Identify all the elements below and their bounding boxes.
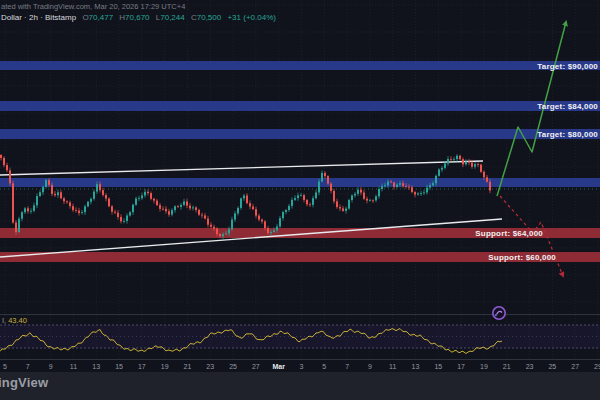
support-64000-label: Support: $64,000 bbox=[475, 229, 543, 238]
time-tick-label: 19 bbox=[161, 363, 169, 370]
time-tick-label: 5 bbox=[3, 363, 7, 370]
time-tick-label: Mar bbox=[272, 363, 284, 370]
rsi-label-fragment: I, bbox=[2, 316, 6, 325]
time-tick-label: 25 bbox=[548, 363, 556, 370]
change-value: +31 (+0.04%) bbox=[227, 13, 275, 22]
time-tick-label: 13 bbox=[92, 363, 100, 370]
time-tick-label: 3 bbox=[300, 363, 304, 370]
time-tick-label: 7 bbox=[26, 363, 30, 370]
time-tick-label: 27 bbox=[252, 363, 260, 370]
time-tick-label: 21 bbox=[503, 363, 511, 370]
tradingview-watermark[interactable]: ingView bbox=[0, 375, 48, 390]
target-band bbox=[0, 129, 600, 139]
rsi-value: 43.40 bbox=[8, 316, 27, 325]
time-tick-label: 21 bbox=[184, 363, 192, 370]
rsi-indicator-value: I,43.40 bbox=[2, 316, 27, 325]
time-tick-label: 9 bbox=[49, 363, 53, 370]
time-tick-label: 17 bbox=[138, 363, 146, 370]
target-band bbox=[0, 61, 600, 70]
time-axis[interactable]: 579111315171921232527Mar3579111315171921… bbox=[0, 359, 600, 373]
high-value: 70,670 bbox=[125, 13, 149, 22]
resistance-band bbox=[0, 178, 600, 187]
time-tick-label: 19 bbox=[480, 363, 488, 370]
attribution-text: ated with TradingView.com, Mar 20, 2026 … bbox=[1, 2, 185, 11]
time-tick-label: 15 bbox=[434, 363, 442, 370]
target-80000-label: Target: $80,000 bbox=[537, 130, 598, 139]
time-tick-label: 13 bbox=[412, 363, 420, 370]
author-logo-icon[interactable] bbox=[490, 304, 508, 322]
time-tick-label: 9 bbox=[368, 363, 372, 370]
symbol-ohlc-row: Dollar · 2h · Bitstamp O70,477 H70,670 L… bbox=[1, 13, 276, 22]
time-tick-label: 23 bbox=[526, 363, 534, 370]
upper-trendline[interactable] bbox=[0, 161, 483, 175]
bottom-bar: ingView bbox=[0, 372, 600, 400]
tradingview-chart-screenshot: ated with TradingView.com, Mar 20, 2026 … bbox=[0, 0, 600, 400]
time-tick-label: 5 bbox=[322, 363, 326, 370]
time-tick-label: 27 bbox=[571, 363, 579, 370]
time-tick-label: 25 bbox=[229, 363, 237, 370]
symbol-title: Dollar · 2h · Bitstamp bbox=[1, 13, 76, 22]
target-90000-label: Target: $90,000 bbox=[537, 61, 598, 70]
time-tick-label: 23 bbox=[206, 363, 214, 370]
time-tick-label: 29 bbox=[594, 363, 600, 370]
time-tick-label: 11 bbox=[70, 363, 77, 370]
time-tick-label: 7 bbox=[345, 363, 349, 370]
target-band bbox=[0, 101, 600, 111]
target-84000-label: Target: $84,000 bbox=[537, 102, 598, 111]
time-tick-label: 15 bbox=[115, 363, 123, 370]
close-value: 70,500 bbox=[197, 13, 221, 22]
support-60000-label: Support: $60,000 bbox=[488, 253, 556, 262]
chart-canvas[interactable] bbox=[0, 0, 600, 400]
time-tick-label: 11 bbox=[389, 363, 396, 370]
time-tick-label: 17 bbox=[457, 363, 465, 370]
open-value: 70,477 bbox=[89, 13, 113, 22]
low-value: 70,244 bbox=[160, 13, 184, 22]
